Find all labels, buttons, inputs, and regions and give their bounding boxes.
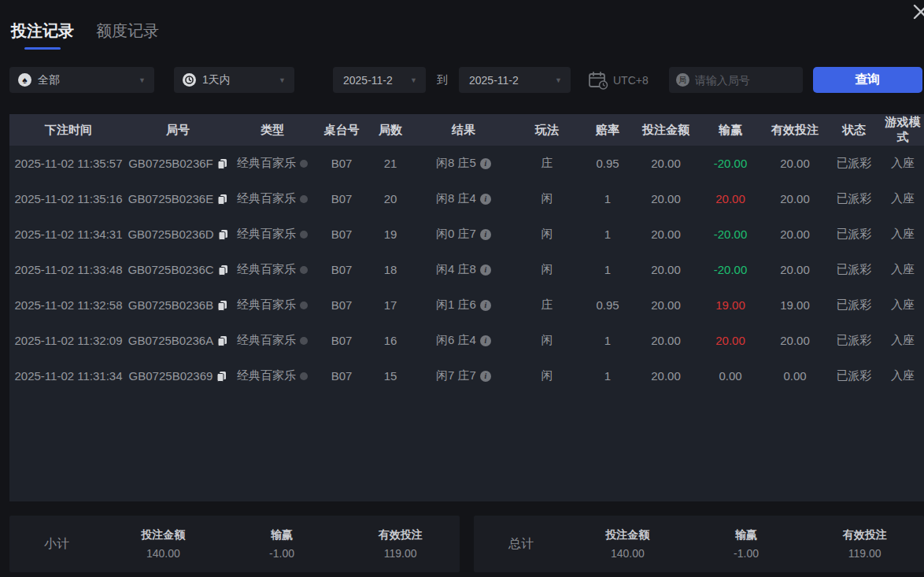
copy-icon[interactable]	[218, 264, 228, 276]
date-from-value: 2025-11-2	[343, 74, 393, 87]
copy-icon[interactable]	[218, 229, 228, 240]
column-header: 下注时间	[9, 123, 128, 138]
round-no-cell: 16	[367, 334, 414, 347]
table-no-cell: B07	[316, 227, 367, 241]
chevron-down-icon: ▼	[139, 76, 154, 84]
bet-amount-cell: 20.00	[634, 369, 697, 383]
bet-time-cell: 2025-11-02 11:35:16	[9, 192, 128, 205]
subtotal-label: 小计	[9, 536, 104, 553]
round-no-cell: 15	[367, 369, 414, 383]
valid-bet-cell: 20.00	[763, 263, 826, 276]
play-cell: 庄	[513, 298, 581, 313]
table-row[interactable]: 2025-11-02 11:34:31 GB0725B0236D 经典百家乐 B…	[9, 216, 924, 252]
calendar-clock-icon	[588, 71, 608, 90]
odds-cell: 0.95	[581, 157, 634, 170]
column-header: 玩法	[513, 123, 581, 138]
valid-bet-cell: 0.00	[763, 369, 826, 383]
subtotal-valid-value: 119.00	[341, 547, 460, 560]
status-cell: 已派彩	[826, 298, 881, 313]
play-cell: 庄	[513, 156, 581, 171]
chevron-down-icon: ▼	[410, 76, 426, 84]
game-type-cell: 经典百家乐	[228, 191, 316, 206]
status-cell: 已派彩	[826, 368, 881, 383]
mode-cell: 入座	[881, 191, 924, 206]
valid-bet-cell: 20.00	[763, 227, 826, 241]
game-type-cell: 经典百家乐	[228, 368, 316, 383]
tab-quota-records[interactable]: 额度记录	[96, 20, 159, 50]
table-no-cell: B07	[316, 192, 367, 205]
game-type-cell: 经典百家乐	[228, 333, 316, 348]
round-id-cell: GB0725B0236E	[128, 192, 228, 205]
column-header: 游戏模式	[881, 115, 924, 145]
type-dot-icon	[300, 266, 308, 274]
result-cell: 闲7 庄7 i	[414, 368, 513, 383]
table-no-cell: B07	[316, 369, 367, 383]
info-icon[interactable]: i	[480, 371, 491, 382]
close-icon[interactable]	[911, 2, 924, 22]
column-header: 输赢	[697, 123, 763, 138]
info-icon[interactable]: i	[480, 194, 491, 205]
table-row[interactable]: 2025-11-02 11:31:34 GB0725B02369 经典百家乐 B…	[9, 358, 924, 394]
mode-cell: 入座	[881, 227, 924, 242]
type-dot-icon	[300, 372, 308, 380]
column-header: 投注金额	[634, 123, 697, 138]
total-label: 总计	[474, 536, 568, 553]
game-type-dropdown[interactable]: ♠ 全部 ▼	[9, 67, 154, 93]
play-cell: 闲	[513, 191, 581, 206]
table-row[interactable]: 2025-11-02 11:32:58 GB0725B0236B 经典百家乐 B…	[9, 287, 924, 323]
time-range-dropdown[interactable]: 1天内 ▼	[174, 67, 294, 93]
date-to-dropdown[interactable]: 2025-11-2 ▼	[459, 67, 571, 93]
column-header: 有效投注	[763, 123, 826, 138]
copy-icon[interactable]	[216, 371, 227, 382]
bet-time-cell: 2025-11-02 11:34:31	[9, 227, 128, 241]
to-label: 到	[437, 73, 448, 87]
info-icon[interactable]: i	[480, 300, 491, 311]
table-row[interactable]: 2025-11-02 11:32:09 GB0725B0236A 经典百家乐 B…	[9, 323, 924, 358]
round-id-cell: GB0725B0236A	[128, 334, 228, 347]
game-type-value: 全部	[38, 73, 60, 87]
timezone-indicator[interactable]: UTC+8	[588, 71, 649, 90]
timezone-label: UTC+8	[613, 74, 649, 87]
type-dot-icon	[300, 337, 308, 345]
table-no-cell: B07	[316, 298, 367, 312]
filter-bar: ♠ 全部 ▼ 1天内 ▼ 2025-11-2 ▼ 到 2025-11-2 ▼ U…	[9, 67, 924, 93]
bet-amount-cell: 20.00	[634, 263, 697, 276]
table-row[interactable]: 2025-11-02 11:35:16 GB0725B0236E 经典百家乐 B…	[9, 181, 924, 216]
table-body: 2025-11-02 11:35:57 GB0725B0236F 经典百家乐 B…	[9, 146, 924, 394]
round-number-field-wrap: 局	[669, 67, 803, 93]
copy-icon[interactable]	[217, 158, 227, 169]
mode-cell: 入座	[881, 333, 924, 348]
clock-icon	[183, 73, 196, 87]
total-valid-label: 有效投注	[805, 528, 924, 542]
query-button[interactable]: 查询	[813, 67, 922, 93]
column-header: 桌台号	[316, 123, 367, 138]
date-from-dropdown[interactable]: 2025-11-2 ▼	[333, 67, 426, 93]
type-dot-icon	[300, 231, 308, 239]
game-type-cell: 经典百家乐	[228, 227, 316, 242]
result-cell: 闲8 庄5 i	[414, 156, 513, 171]
round-id-cell: GB0725B0236F	[128, 157, 228, 170]
copy-icon[interactable]	[217, 300, 227, 311]
subtotal-win-value: -1.00	[223, 547, 342, 560]
game-type-cell: 经典百家乐	[228, 156, 316, 171]
bet-amount-cell: 20.00	[634, 298, 697, 312]
info-icon[interactable]: i	[480, 229, 491, 240]
table-row[interactable]: 2025-11-02 11:35:57 GB0725B0236F 经典百家乐 B…	[9, 146, 924, 181]
round-number-input[interactable]	[695, 74, 789, 87]
round-icon: 局	[676, 73, 689, 87]
bet-amount-cell: 20.00	[634, 227, 697, 241]
copy-icon[interactable]	[217, 335, 227, 346]
win-loss-value: 0.00	[697, 369, 763, 383]
copy-icon[interactable]	[217, 194, 227, 205]
table-row[interactable]: 2025-11-02 11:33:48 GB0725B0236C 经典百家乐 B…	[9, 252, 924, 287]
info-icon[interactable]: i	[480, 158, 491, 169]
play-cell: 闲	[513, 368, 581, 383]
info-icon[interactable]: i	[480, 335, 491, 346]
round-id-cell: GB0725B02369	[128, 369, 228, 383]
info-icon[interactable]: i	[480, 264, 491, 276]
table-no-cell: B07	[316, 157, 367, 170]
result-cell: 闲1 庄6 i	[414, 298, 513, 313]
chevron-down-icon: ▼	[555, 76, 571, 84]
tab-bet-records[interactable]: 投注记录	[11, 20, 74, 50]
tab-bar: 投注记录 额度记录	[0, 0, 924, 50]
